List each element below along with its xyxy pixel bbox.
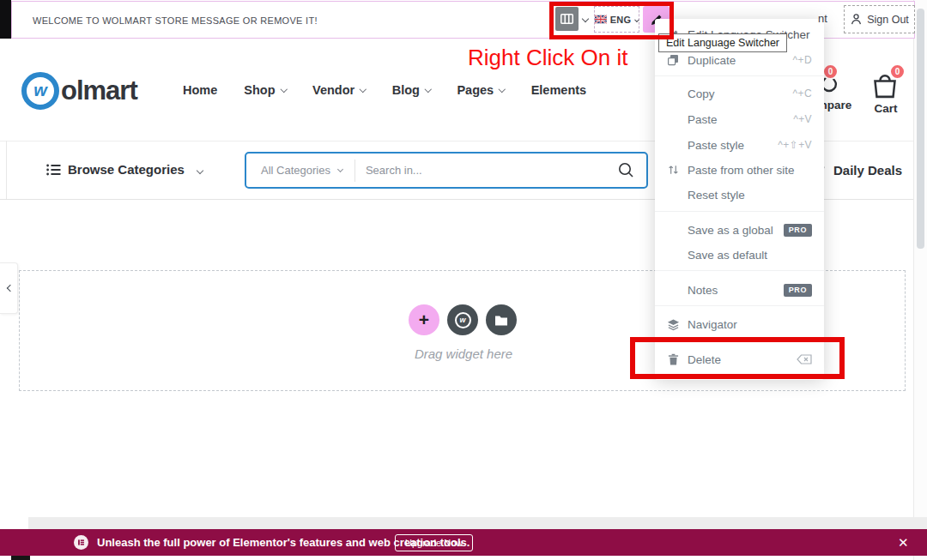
chevron-down-icon (197, 167, 203, 174)
chevron-down-icon (280, 86, 287, 93)
nav-item-pages[interactable]: Pages (457, 83, 504, 97)
annotation-note: Right Click On it (468, 45, 627, 71)
site-logo[interactable]: w olmart (21, 72, 137, 110)
menu-item-navigator[interactable]: Navigator (655, 311, 824, 337)
search-bar: All Categories (245, 152, 648, 189)
nav-label: Pages (457, 83, 494, 97)
nav-label: Vendor (312, 83, 354, 97)
nav-label: Elements (531, 83, 586, 97)
nav-item-home[interactable]: Home (183, 83, 217, 97)
search-submit-button[interactable] (618, 162, 646, 178)
template-library-button[interactable] (486, 304, 517, 335)
columns-icon (560, 14, 573, 24)
nav-item-vendor[interactable]: Vendor (312, 83, 366, 97)
nav-label: Home (183, 83, 217, 97)
add-section-button[interactable]: + (409, 304, 439, 335)
search-category-select[interactable]: All Categories (246, 164, 354, 177)
nav-item-blog[interactable]: Blog (392, 83, 431, 97)
chevron-down-icon (360, 86, 367, 93)
divider (6, 141, 7, 199)
vertical-scrollbar[interactable] (913, 0, 927, 560)
elementor-logo-icon (74, 535, 88, 550)
menu-item-label: Paste style (688, 139, 744, 152)
chevron-down-icon (635, 17, 639, 21)
account-link-partial[interactable]: nt (818, 12, 827, 25)
pro-badge: PRO (784, 224, 812, 237)
chevron-down-icon (499, 86, 506, 93)
chevron-down-icon (337, 166, 343, 172)
menu-item-label: Save as default (688, 249, 767, 262)
shortcut-label: ^+⇧+V (778, 139, 812, 151)
category-list-icon (46, 164, 61, 176)
duplicate-icon (666, 54, 680, 66)
menu-divider (655, 340, 824, 340)
elementor-editor-page: WELCOME TO WOLMART STORE MESSAGE OR REMO… (0, 0, 927, 560)
theme-blocks-button[interactable]: w (447, 304, 478, 335)
menu-item-reset-style[interactable]: Reset style (655, 182, 824, 208)
daily-deals-link[interactable]: Daily Deals (812, 162, 902, 178)
main-nav: Home Shop Vendor Blog Pages Elements (183, 83, 586, 97)
drag-widget-hint: Drag widget here (378, 346, 549, 361)
menu-item-label: Duplicate (688, 54, 736, 67)
page-gutter-gap (0, 517, 28, 529)
chevron-left-icon (6, 285, 13, 292)
menu-item-notes[interactable]: Notes PRO (655, 277, 824, 303)
logo-wordmark: olmart (61, 75, 137, 106)
search-icon (618, 162, 634, 178)
menu-item-save-as-global[interactable]: Save as a global PRO (655, 217, 824, 243)
layers-icon (666, 318, 680, 331)
transfer-icon (666, 164, 680, 176)
menu-divider (655, 211, 824, 212)
menu-item-label: Paste (688, 113, 718, 126)
search-category-value: All Categories (261, 164, 330, 177)
menu-item-label: Reset style (688, 189, 745, 202)
bottom-left-edge (11, 556, 30, 560)
edit-language-switcher-tooltip: Edit Language Switcher (658, 33, 787, 52)
nav-label: Shop (244, 83, 275, 97)
left-edge-strip (0, 0, 11, 39)
browse-categories-label: Browse Categories (68, 162, 185, 177)
panel-toggle-tab[interactable] (0, 262, 18, 314)
browse-categories-button[interactable]: Browse Categories (46, 162, 185, 177)
menu-item-label: Paste from other site (688, 164, 795, 177)
menu-divider (655, 305, 824, 306)
menu-item-delete[interactable]: Delete (655, 346, 824, 372)
upgrade-now-button[interactable]: Upgrade Now (395, 534, 473, 551)
delete-key-icon (797, 354, 812, 364)
cart-label[interactable]: Cart (869, 102, 903, 115)
menu-divider (655, 270, 824, 271)
shortcut-label: ^+C (792, 87, 812, 99)
menu-item-paste-style[interactable]: Paste style ^+⇧+V (655, 132, 824, 158)
page-gutter (0, 517, 927, 529)
edit-section-handle-button[interactable] (555, 7, 579, 31)
nav-label: Blog (392, 83, 420, 97)
folder-icon (494, 315, 508, 326)
person-icon (850, 13, 863, 26)
scrollbar-thumb[interactable] (917, 9, 924, 249)
wolmart-logo-icon: w (455, 312, 471, 328)
nav-item-shop[interactable]: Shop (244, 83, 286, 97)
compare-count-badge: 0 (822, 63, 839, 80)
plus-icon: + (419, 310, 429, 330)
menu-item-paste-from-other-site[interactable]: Paste from other site (655, 157, 824, 183)
language-switcher-widget[interactable]: ENG (594, 6, 639, 33)
nav-item-elements[interactable]: Elements (531, 83, 586, 97)
cart-count-badge: 0 (889, 63, 906, 80)
menu-item-label: Navigator (688, 318, 737, 331)
shortcut-label: ^+V (793, 113, 812, 125)
search-input[interactable] (355, 164, 618, 177)
daily-deals-label: Daily Deals (833, 163, 902, 178)
menu-divider (655, 75, 824, 76)
menu-item-copy[interactable]: Copy ^+C (655, 81, 824, 106)
welcome-message: WELCOME TO WOLMART STORE MESSAGE OR REMO… (33, 15, 318, 26)
trash-icon (666, 353, 680, 365)
menu-item-paste[interactable]: Paste ^+V (655, 106, 824, 132)
menu-item-label: Delete (688, 353, 721, 366)
pro-badge: PRO (784, 284, 812, 297)
close-icon[interactable]: ✕ (898, 535, 909, 551)
menu-item-label: Save as a global (688, 224, 773, 237)
sign-out-link[interactable]: Sign Out (844, 5, 915, 33)
menu-item-save-as-default[interactable]: Save as default (655, 242, 824, 268)
context-menu: Edit Language Switcher Duplicate ^+D Cop… (655, 19, 824, 380)
shortcut-label: ^+D (792, 54, 812, 66)
